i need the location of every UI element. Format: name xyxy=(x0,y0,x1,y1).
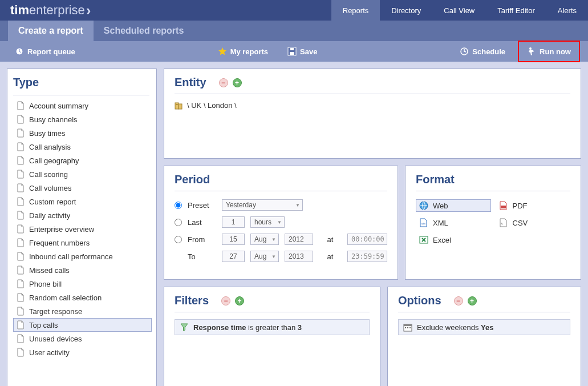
document-icon xyxy=(17,101,25,110)
format-label: CSV xyxy=(513,219,528,227)
to-year-input[interactable]: 2013 xyxy=(285,251,313,262)
run-now-button[interactable]: Run now xyxy=(520,43,578,60)
main-area: Entity − + \ UK \ London \ Period xyxy=(164,69,581,386)
tab-scheduled-reports[interactable]: Scheduled reports xyxy=(94,21,194,41)
document-icon xyxy=(17,156,25,165)
pdf-icon xyxy=(499,201,508,210)
format-excel[interactable]: Excel xyxy=(416,234,491,246)
my-reports-button[interactable]: My reports xyxy=(211,43,275,60)
entity-remove-button[interactable]: − xyxy=(219,78,228,87)
type-item-label: Enterprise overview xyxy=(29,225,94,234)
filter-add-button[interactable]: + xyxy=(235,296,244,305)
nav-tariff-editor[interactable]: Tariff Editor xyxy=(486,0,546,21)
options-card: Options − + Exclude weekends Yes xyxy=(387,287,581,386)
action-bar: Report queue My reports Save Schedule xyxy=(0,41,588,62)
type-item-call-volumes[interactable]: Call volumes xyxy=(13,181,152,195)
type-item-call-analysis[interactable]: Call analysis xyxy=(13,140,152,154)
format-pdf[interactable]: PDF xyxy=(496,199,571,212)
nav-reports[interactable]: Reports xyxy=(331,0,380,21)
document-icon xyxy=(17,266,25,275)
to-month-select[interactable]: Aug▼ xyxy=(250,251,279,262)
svg-rect-3 xyxy=(290,48,294,50)
from-month-select[interactable]: Aug▼ xyxy=(250,234,279,245)
type-item-user-activity[interactable]: User activity xyxy=(13,345,152,359)
type-list[interactable]: Account summaryBusy channelsBusy timesCa… xyxy=(13,99,154,384)
preset-radio[interactable] xyxy=(175,202,182,209)
last-label: Last xyxy=(188,218,216,227)
option-row[interactable]: Exclude weekends Yes xyxy=(398,319,570,335)
from-radio[interactable] xyxy=(175,236,182,243)
type-item-account-summary[interactable]: Account summary xyxy=(13,99,152,112)
option-add-button[interactable]: + xyxy=(468,296,477,305)
to-time-input[interactable]: 23:59:59 xyxy=(347,251,387,262)
xml-icon: </> xyxy=(419,218,428,227)
svg-rect-16 xyxy=(404,324,412,326)
nav-call-view[interactable]: Call View xyxy=(432,0,486,21)
type-item-unused-devices[interactable]: Unused devices xyxy=(13,332,152,345)
excel-icon xyxy=(419,235,428,244)
preset-select[interactable]: Yesterday▼ xyxy=(222,199,303,211)
period-card: Period Preset Yesterday▼ Last 1 hours▼ xyxy=(164,166,398,280)
type-item-enterprise-overview[interactable]: Enterprise overview xyxy=(13,222,152,236)
run-now-highlight: Run now xyxy=(518,41,580,62)
star-icon xyxy=(218,47,227,56)
building-icon xyxy=(175,102,184,110)
format-csv[interactable]: a,CSV xyxy=(496,216,571,229)
at-label-2: at xyxy=(319,252,342,261)
last-unit-select[interactable]: hours▼ xyxy=(250,216,285,228)
preset-label: Preset xyxy=(188,201,216,210)
format-card: Format WebPDF</>XMLa,CSVExcel xyxy=(405,166,581,280)
filter-row[interactable]: Response time is greater than 3 xyxy=(175,319,370,335)
format-web[interactable]: Web xyxy=(416,199,491,212)
clock-icon xyxy=(460,47,469,56)
my-reports-label: My reports xyxy=(230,47,268,56)
tab-create-a-report[interactable]: Create a report xyxy=(8,21,94,41)
top-bar: timenterprise› ReportsDirectoryCall View… xyxy=(0,0,588,21)
type-item-label: Call analysis xyxy=(29,143,71,151)
report-queue-button[interactable]: Report queue xyxy=(8,43,82,60)
filter-remove-button[interactable]: − xyxy=(221,296,230,305)
entity-add-button[interactable]: + xyxy=(233,78,242,87)
format-xml[interactable]: </>XML xyxy=(416,216,491,229)
format-list: WebPDF</>XMLa,CSVExcel xyxy=(416,191,570,254)
svg-rect-18 xyxy=(407,327,408,328)
format-label: Excel xyxy=(433,236,451,244)
type-item-call-scoring[interactable]: Call scoring xyxy=(13,167,152,181)
type-item-busy-times[interactable]: Busy times xyxy=(13,126,152,140)
entity-path-text: \ UK \ London \ xyxy=(187,101,237,110)
document-icon xyxy=(17,183,25,192)
type-item-busy-channels[interactable]: Busy channels xyxy=(13,112,152,126)
period-last-row: Last 1 hours▼ xyxy=(175,216,387,228)
format-label: Web xyxy=(433,202,448,210)
schedule-button[interactable]: Schedule xyxy=(453,43,512,60)
save-label: Save xyxy=(300,47,317,56)
svg-rect-2 xyxy=(290,52,294,55)
type-item-daily-activity[interactable]: Daily activity xyxy=(13,208,152,222)
type-item-top-calls[interactable]: Top calls xyxy=(13,318,152,332)
type-item-target-response[interactable]: Target response xyxy=(13,304,152,318)
svg-rect-7 xyxy=(179,104,182,109)
from-year-input[interactable]: 2012 xyxy=(285,234,313,245)
entity-heading: Entity − + xyxy=(175,75,570,94)
last-radio[interactable] xyxy=(175,219,182,226)
from-time-input[interactable]: 00:00:00 xyxy=(347,234,387,245)
nav-alerts[interactable]: Alerts xyxy=(546,0,588,21)
type-item-label: Phone bill xyxy=(29,280,62,288)
save-button[interactable]: Save xyxy=(281,43,324,60)
document-icon xyxy=(17,334,25,343)
from-day-input[interactable]: 15 xyxy=(222,234,245,245)
type-item-frequent-numbers[interactable]: Frequent numbers xyxy=(13,236,152,250)
type-item-label: Frequent numbers xyxy=(29,239,90,247)
to-day-input[interactable]: 27 xyxy=(222,251,245,262)
type-item-call-geography[interactable]: Call geography xyxy=(13,154,152,167)
type-item-random-call-selection[interactable]: Random call selection xyxy=(13,291,152,304)
nav-directory[interactable]: Directory xyxy=(380,0,432,21)
svg-rect-19 xyxy=(409,327,411,328)
type-item-custom-report[interactable]: Custom report xyxy=(13,195,152,208)
option-remove-button[interactable]: − xyxy=(454,296,463,305)
type-item-inbound-call-performance[interactable]: Inbound call performance xyxy=(13,250,152,263)
type-item-phone-bill[interactable]: Phone bill xyxy=(13,277,152,291)
last-count-input[interactable]: 1 xyxy=(222,216,245,228)
entity-path[interactable]: \ UK \ London \ xyxy=(175,94,570,132)
type-item-missed-calls[interactable]: Missed calls xyxy=(13,263,152,277)
